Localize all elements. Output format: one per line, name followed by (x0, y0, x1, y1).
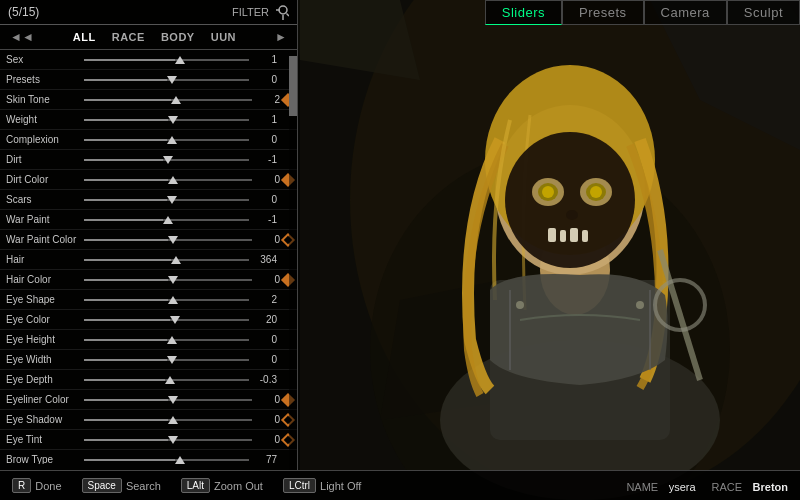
slider-label: Eye Shadow (6, 414, 84, 425)
slider-row[interactable]: Eye Depth-0.3 (0, 370, 297, 390)
slider-value: 77 (249, 454, 277, 464)
status-bar: R Done Space Search LAlt Zoom Out LCtrl … (0, 470, 800, 500)
slider-track-container[interactable] (84, 273, 252, 287)
slider-track (84, 399, 252, 401)
done-label: Done (35, 480, 61, 492)
tab-sliders[interactable]: Sliders (485, 0, 562, 25)
slider-thumb (175, 56, 185, 64)
slider-row[interactable]: Hair Color0 (0, 270, 297, 290)
slider-track-container[interactable] (84, 233, 252, 247)
slider-thumb (165, 376, 175, 384)
slider-track-container[interactable] (84, 153, 249, 167)
slider-value: 20 (249, 314, 277, 325)
slider-track-container[interactable] (84, 213, 249, 227)
slider-value: 0 (252, 274, 280, 285)
slider-track-container[interactable] (84, 133, 249, 147)
slider-label: Dirt (6, 154, 84, 165)
race-value: Breton (753, 481, 788, 493)
slider-label: Eyeliner Color (6, 394, 84, 405)
slider-track (84, 259, 249, 261)
nav-arrow-right[interactable]: ► (271, 30, 291, 44)
slider-thumb (171, 256, 181, 264)
slider-row[interactable]: Dirt-1 (0, 150, 297, 170)
slider-track-container[interactable] (84, 73, 249, 87)
slider-row[interactable]: Presets0 (0, 70, 297, 90)
scrollbar[interactable] (289, 56, 297, 470)
slider-label: Eye Width (6, 354, 84, 365)
slider-track (84, 59, 249, 61)
scrollbar-thumb[interactable] (289, 56, 297, 116)
nav-tab-all[interactable]: ALL (69, 29, 100, 45)
slider-track (84, 199, 249, 201)
slider-track-container[interactable] (84, 193, 249, 207)
slider-row[interactable]: Brow Type77 (0, 450, 297, 464)
svg-line-29 (287, 14, 290, 17)
slider-track-container[interactable] (84, 113, 249, 127)
name-label: NAME (626, 481, 658, 493)
slider-row[interactable]: Eye Width0 (0, 350, 297, 370)
slider-row[interactable]: Skin Tone2 (0, 90, 297, 110)
svg-point-23 (516, 301, 524, 309)
slider-row[interactable]: Eyeliner Color0 (0, 390, 297, 410)
slider-label: Eye Tint (6, 434, 84, 445)
slider-value: -0.3 (249, 374, 277, 385)
slider-track (84, 139, 249, 141)
tab-sculpt[interactable]: Sculpt (727, 0, 800, 25)
status-done: R Done (12, 478, 62, 493)
nav-tab-race[interactable]: RACE (108, 29, 149, 45)
sliders-list: Sex1Presets0Skin Tone2Weight1Complexion0… (0, 50, 297, 464)
character-name-area: NAME ysera (626, 477, 695, 495)
zoom-key: LAlt (181, 478, 210, 493)
nav-arrow-left[interactable]: ◄ (6, 30, 38, 44)
slider-row[interactable]: Weight1 (0, 110, 297, 130)
slider-label: Complexion (6, 134, 84, 145)
slider-track-container[interactable] (84, 333, 249, 347)
slider-thumb (167, 76, 177, 84)
status-zoom: LAlt Zoom Out (181, 478, 263, 493)
slider-row[interactable]: Scars0 (0, 190, 297, 210)
slider-track-container[interactable] (84, 173, 252, 187)
slider-track-container[interactable] (84, 393, 252, 407)
slider-row[interactable]: Eye Shape2 (0, 290, 297, 310)
slider-label: Skin Tone (6, 94, 84, 105)
slider-value: 1 (249, 114, 277, 125)
slider-value: 0 (249, 134, 277, 145)
slider-value: 0 (252, 414, 280, 425)
slider-label: Dirt Color (6, 174, 84, 185)
slider-row[interactable]: Dirt Color0 (0, 170, 297, 190)
light-key: LCtrl (283, 478, 316, 493)
filter-icon (273, 4, 289, 20)
slider-track-container[interactable] (84, 433, 252, 447)
slider-track-container[interactable] (84, 413, 252, 427)
slider-row[interactable]: Hair364 (0, 250, 297, 270)
slider-row[interactable]: Eye Height0 (0, 330, 297, 350)
tab-presets[interactable]: Presets (562, 0, 644, 25)
slider-track-container[interactable] (84, 453, 249, 465)
slider-track-container[interactable] (84, 93, 252, 107)
slider-track-container[interactable] (84, 353, 249, 367)
slider-track-container[interactable] (84, 293, 249, 307)
tab-camera[interactable]: Camera (644, 0, 727, 25)
slider-track (84, 79, 249, 81)
slider-track (84, 119, 249, 121)
slider-track-container[interactable] (84, 313, 249, 327)
search-label: Search (126, 480, 161, 492)
slider-track (84, 359, 249, 361)
filter-area[interactable]: FILTER (232, 4, 289, 20)
nav-tab-uun[interactable]: UUN (207, 29, 240, 45)
slider-row[interactable]: War Paint-1 (0, 210, 297, 230)
svg-point-11 (505, 132, 635, 268)
slider-row[interactable]: Eye Color20 (0, 310, 297, 330)
slider-track-container[interactable] (84, 253, 249, 267)
slider-row[interactable]: Eye Tint0 (0, 430, 297, 450)
slider-row[interactable]: Complexion0 (0, 130, 297, 150)
slider-track-container[interactable] (84, 53, 249, 67)
slider-row[interactable]: Eye Shadow0 (0, 410, 297, 430)
done-key: R (12, 478, 31, 493)
slider-row[interactable]: Sex1 (0, 50, 297, 70)
slider-track-container[interactable] (84, 373, 249, 387)
nav-tab-body[interactable]: BODY (157, 29, 199, 45)
slider-row[interactable]: War Paint Color0 (0, 230, 297, 250)
slider-thumb (167, 136, 177, 144)
slider-value: 0 (252, 234, 280, 245)
